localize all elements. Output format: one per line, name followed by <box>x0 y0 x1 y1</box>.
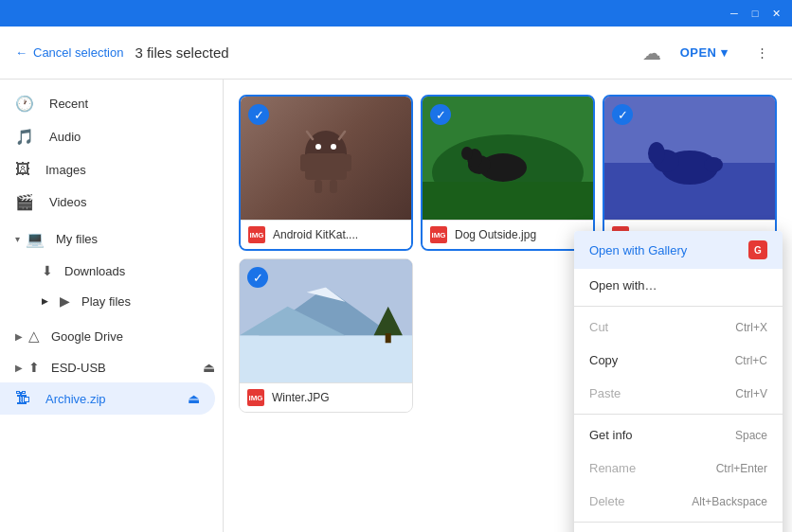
file-tile-android[interactable]: ✓ IMG Android KitKat.... <box>239 95 413 251</box>
images-icon: 🖼 <box>15 161 30 178</box>
svg-rect-12 <box>423 182 593 220</box>
get-info-label: Get info <box>589 428 633 442</box>
open-with-label: Open with… <box>589 278 657 293</box>
sidebar-item-archivezip[interactable]: 🗜 Archive.zip ⏏ <box>0 382 215 415</box>
context-menu-divider-2 <box>574 414 783 415</box>
copy-shortcut: Ctrl+C <box>735 354 767 367</box>
title-bar: ─ □ ✕ <box>0 0 792 27</box>
maximize-button[interactable]: □ <box>747 5 764 22</box>
sidebar-item-playfiles[interactable]: ▶ ▶ Play files <box>0 286 215 316</box>
chevron-down-icon: ▾ <box>721 45 729 60</box>
minimize-button[interactable]: ─ <box>726 5 743 22</box>
paste-label: Paste <box>589 386 621 400</box>
header: ← Cancel selection 3 files selected ☁ OP… <box>0 27 792 80</box>
context-menu-zip-selection[interactable]: Zip selection <box>574 526 783 532</box>
context-menu-cut: Cut Ctrl+X <box>574 310 783 344</box>
context-menu: Open with Gallery G Open with… Cut Ctrl+… <box>574 231 783 532</box>
file-check-android: ✓ <box>248 104 269 125</box>
sidebar-label-downloads: Downloads <box>64 264 125 278</box>
svg-rect-8 <box>315 180 322 193</box>
svg-rect-30 <box>386 333 391 343</box>
audio-icon: 🎵 <box>15 128 34 146</box>
sidebar-item-downloads[interactable]: ⬇ Downloads <box>0 256 215 286</box>
file-info-android: IMG Android KitKat.... <box>241 220 411 249</box>
playfiles-chevron-icon: ▶ <box>42 296 48 306</box>
file-check-dog: ✓ <box>430 104 451 125</box>
svg-point-22 <box>704 157 723 172</box>
sidebar-label-googledrive: Google Drive <box>51 329 123 344</box>
delete-shortcut: Alt+Backspace <box>692 495 767 508</box>
sidebar-item-recent[interactable]: 🕐 Recent <box>0 87 215 120</box>
open-button[interactable]: OPEN ▾ <box>669 40 739 65</box>
sidebar-item-videos[interactable]: 🎬 Videos <box>0 186 215 219</box>
esdusb-icon: ⬆ <box>28 360 40 375</box>
svg-rect-1 <box>305 153 347 180</box>
file-info-dog: IMG Dog Outside.jpg <box>423 220 593 249</box>
close-button[interactable]: ✕ <box>767 5 784 22</box>
context-menu-open-with[interactable]: Open with… <box>574 269 783 302</box>
sidebar-label-archivezip: Archive.zip <box>45 392 106 406</box>
more-icon: ⋮ <box>756 45 768 60</box>
downloads-icon: ⬇ <box>42 263 53 278</box>
cancel-selection-button[interactable]: ← Cancel selection <box>15 45 123 60</box>
svg-point-21 <box>648 142 665 165</box>
open-with-gallery-label: Open with Gallery <box>589 243 687 257</box>
file-type-icon-dog: IMG <box>430 226 447 243</box>
context-menu-divider-3 <box>574 522 783 523</box>
file-tile-winter[interactable]: ✓ IMG Winter.JPG <box>239 258 413 413</box>
svg-rect-7 <box>344 154 351 171</box>
context-menu-rename: Rename Ctrl+Enter <box>574 452 783 485</box>
app-shell: ← Cancel selection 3 files selected ☁ OP… <box>0 27 792 532</box>
context-menu-copy[interactable]: Copy Ctrl+C <box>574 344 783 377</box>
svg-point-16 <box>461 147 473 160</box>
cut-shortcut: Ctrl+X <box>735 321 767 334</box>
delete-label: Delete <box>589 494 625 508</box>
svg-rect-9 <box>330 180 337 193</box>
sidebar-item-googledrive[interactable]: ▶ △ Google Drive <box>0 320 223 352</box>
paste-shortcut: Ctrl+V <box>735 387 767 400</box>
content-area: ✓ IMG Android KitKat.... <box>224 80 792 532</box>
file-name-android: Android KitKat.... <box>273 228 358 241</box>
sidebar-item-images[interactable]: 🖼 Images <box>0 153 215 186</box>
sidebar-item-audio[interactable]: 🎵 Audio <box>0 120 215 153</box>
file-tile-dog2[interactable]: ✓ IMG <box>603 95 777 251</box>
sidebar-label-images: Images <box>45 163 86 177</box>
context-menu-open-gallery[interactable]: Open with Gallery G <box>574 231 783 269</box>
esdusb-eject-icon[interactable]: ⏏ <box>203 360 215 375</box>
sidebar-label-audio: Audio <box>49 130 81 144</box>
cut-label: Cut <box>589 320 608 334</box>
svg-rect-6 <box>300 154 308 171</box>
myfiles-group: ▾ 💻 My files ⬇ Downloads ▶ ▶ Play files <box>0 222 223 316</box>
file-thumb-dog: ✓ <box>423 97 593 220</box>
sidebar-item-esdusb[interactable]: ▶ ⬆ ESD-USB ⏏ <box>0 352 223 382</box>
context-menu-divider-1 <box>574 306 783 307</box>
googledrive-icon: △ <box>28 328 40 345</box>
gallery-badge: G <box>748 240 767 259</box>
rename-shortcut: Ctrl+Enter <box>716 462 767 475</box>
file-type-icon-winter: IMG <box>247 389 264 406</box>
sidebar-label-esdusb: ESD-USB <box>51 361 106 375</box>
myfiles-chevron-icon: ▾ <box>15 234 20 244</box>
get-info-shortcut: Space <box>735 429 767 442</box>
context-menu-paste: Paste Ctrl+V <box>574 377 783 410</box>
file-check-dog2: ✓ <box>612 104 633 125</box>
svg-point-2 <box>315 144 321 150</box>
header-actions: ☁ OPEN ▾ ⋮ <box>642 38 777 68</box>
playfiles-icon: ▶ <box>60 293 70 309</box>
file-tile-dog[interactable]: ✓ IMG Dog Outside.jpg <box>421 95 595 251</box>
file-name-winter: Winter.JPG <box>272 391 330 404</box>
myfiles-label: My files <box>56 232 98 246</box>
archivezip-eject-icon[interactable]: ⏏ <box>188 391 200 406</box>
myfiles-computer-icon: 💻 <box>26 230 45 248</box>
videos-icon: 🎬 <box>15 193 34 211</box>
archive-icon: 🗜 <box>15 390 30 407</box>
more-options-button[interactable]: ⋮ <box>747 38 777 68</box>
sidebar: 🕐 Recent 🎵 Audio 🖼 Images 🎬 Videos ▾ 💻 <box>0 80 224 532</box>
cloud-icon: ☁ <box>642 42 661 64</box>
context-menu-get-info[interactable]: Get info Space <box>574 418 783 452</box>
svg-line-4 <box>307 132 313 139</box>
main-area: 🕐 Recent 🎵 Audio 🖼 Images 🎬 Videos ▾ 💻 <box>0 80 792 532</box>
file-name-dog: Dog Outside.jpg <box>455 228 536 241</box>
file-type-icon-android: IMG <box>248 226 265 243</box>
myfiles-group-header[interactable]: ▾ 💻 My files <box>0 222 223 256</box>
